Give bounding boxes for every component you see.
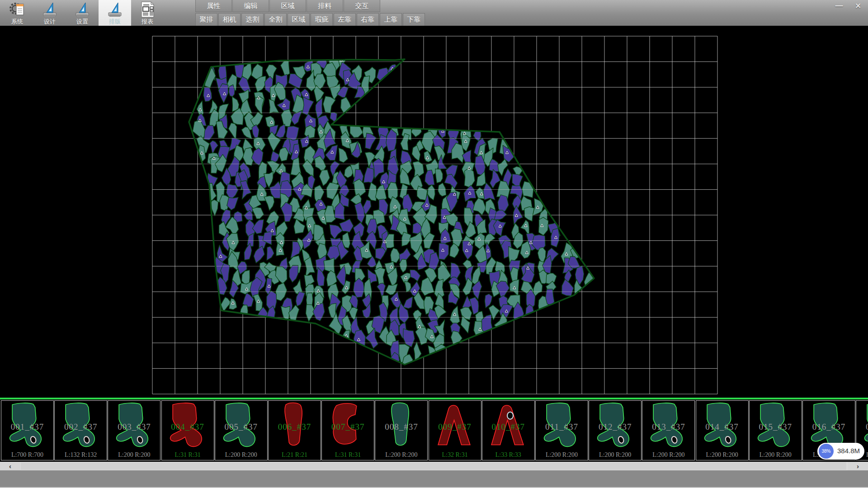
app-tab-design[interactable]: 设计 [33,0,66,26]
strip-scrollbar[interactable]: ‹ › [0,462,868,470]
part-lr-values: L:200 R:200 [375,451,427,459]
part-lr-values: L:132 R:132 [55,451,107,459]
part-label: 016_#37 [803,422,855,432]
strip-top-line [0,398,868,399]
part-cell-012_#37[interactable]: 012_#37L:200 R:200 [589,400,642,460]
part-lr-values: L:200 R:200 [215,451,267,459]
app-tab-label: 系统 [11,18,23,25]
toolbar: 系统设计设置排版报表 属性编辑区域排料交互 聚排相机选割全割区域瑕疵左靠右靠上靠… [0,0,868,26]
part-label: 003_#37 [108,422,160,432]
tool-button-align-right[interactable]: 右靠 [357,13,379,26]
app-mode-buttons: 系统设计设置排版报表 [1,0,164,26]
part-label: 002_#37 [55,422,107,432]
menu-tab-nesting[interactable]: 排料 [307,0,343,12]
part-cell-013_#37[interactable]: 013_#37L:200 R:200 [642,400,695,460]
set-square-icon [106,1,124,18]
part-label: 006_#37 [269,422,321,432]
scroll-left-icon[interactable]: ‹ [0,462,20,470]
part-cell-001_#37[interactable]: 001_#37L:700 R:700 [1,400,54,460]
app-tab-label: 排版 [109,18,121,25]
menu-tab-interact[interactable]: 交互 [344,0,380,12]
part-label: 012_#37 [589,422,641,432]
window-controls: — ✕ [831,1,866,11]
close-button[interactable]: ✕ [850,1,866,11]
part-label: 005_#37 [215,422,267,432]
part-lr-values: L:21 R:21 [269,451,321,459]
part-label: 013_#37 [642,422,694,432]
part-lr-values: L:700 R:700 [1,451,53,459]
part-lr-values: L:200 R:200 [536,451,588,459]
app-tab-report[interactable]: 报表 [131,0,164,26]
part-label: 004_#37 [162,422,214,432]
part-label: 007_#37 [322,422,374,432]
tool-button-align-bottom[interactable]: 下靠 [403,13,425,26]
part-cell-005_#37[interactable]: 005_#37L:200 R:200 [215,400,268,460]
parts-strip: 001_#37L:700 R:700002_#37L:132 R:132003_… [0,398,868,462]
part-lr-values: L:31 R:31 [162,451,214,459]
part-label: 011_#37 [536,422,588,432]
gear-document-icon [9,1,26,18]
part-label: 010_#37 [482,422,534,432]
part-cell-015_#37[interactable]: 015_#37L:200 R:200 [749,400,802,460]
part-cell-007_#37[interactable]: 007_#37L:31 R:31 [321,400,374,460]
part-lr-values: L:200 R:200 [589,451,641,459]
app-tab-label: 设计 [44,18,56,25]
part-cell-009_#37[interactable]: 009_#37L:32 R:31 [429,400,481,460]
part-lr-values: L:32 R:31 [429,451,481,459]
memory-value: 384.8M [837,447,860,455]
part-lr-values: L:33 R:33 [482,451,534,459]
part-cell-002_#37[interactable]: 002_#37L:132 R:132 [54,400,107,460]
tool-button-region[interactable]: 区域 [288,13,310,26]
hide-nesting-drawing [0,26,868,398]
tool-button-cluster-nest[interactable]: 聚排 [195,13,217,26]
part-cell-003_#37[interactable]: 003_#37L:200 R:200 [108,400,160,460]
tool-button-defect[interactable]: 瑕疵 [311,13,333,26]
part-cell-014_#37[interactable]: 014_#37L:200 R:200 [696,400,749,460]
menu-tab-edit[interactable]: 编辑 [232,0,269,12]
tool-button-align-top[interactable]: 上靠 [380,13,402,26]
tool-button-cut-all[interactable]: 全割 [264,13,287,26]
part-lr-values: L:200 R:200 [696,451,748,459]
menu-tab-row: 属性编辑区域排料交互 [195,0,381,12]
tool-button-align-left[interactable]: 左靠 [334,13,356,26]
app-tab-system[interactable]: 系统 [1,0,33,26]
part-label: 008_#37 [375,422,427,432]
part-cell-011_#37[interactable]: 011_#37L:200 R:200 [535,400,588,460]
progress-circle: 38% [819,444,834,459]
set-square-icon [73,1,91,18]
app-tab-label: 设置 [76,18,88,25]
part-lr-values: L:200 R:200 [642,451,694,459]
part-cell-004_#37[interactable]: 004_#37L:31 R:31 [161,400,214,460]
tool-button-select-cut[interactable]: 选割 [241,13,264,26]
part-lr-values: L:31 R:31 [322,451,374,459]
part-label: 017_#37 [856,422,868,432]
part-cell-008_#37[interactable]: 008_#37L:200 R:200 [375,400,428,460]
minimize-button[interactable]: — [831,1,847,11]
part-lr-values: L:200 R:200 [750,451,802,459]
part-cell-006_#37[interactable]: 006_#37L:21 R:21 [268,400,321,460]
part-label: 009_#37 [429,422,481,432]
tool-button-row: 聚排相机选割全割区域瑕疵左靠右靠上靠下靠 [195,13,426,25]
set-square-icon [41,1,59,18]
part-label: 015_#37 [750,422,802,432]
nesting-app-window: { "window": { "minimize_label": "—", "cl… [0,0,868,488]
menu-tab-region[interactable]: 区域 [269,0,306,12]
app-tab-settings[interactable]: 设置 [66,0,99,26]
app-tab-label: 报表 [142,18,153,25]
memory-status-pill: 38% 384.8M [817,443,864,460]
app-tab-layout[interactable]: 排版 [99,0,131,26]
part-label: 014_#37 [696,422,748,432]
scroll-right-icon[interactable]: › [848,462,868,470]
nesting-canvas[interactable] [0,26,868,398]
part-cell-010_#37[interactable]: 010_#37L:33 R:33 [482,400,535,460]
scrollbar-thumb[interactable] [21,462,846,470]
tool-button-camera[interactable]: 相机 [218,13,241,26]
window-bottom-area [0,470,868,487]
report-document-icon [138,1,156,18]
part-lr-values: L:200 R:200 [108,451,160,459]
part-label: 001_#37 [1,422,53,432]
menu-tab-properties[interactable]: 属性 [195,0,232,12]
